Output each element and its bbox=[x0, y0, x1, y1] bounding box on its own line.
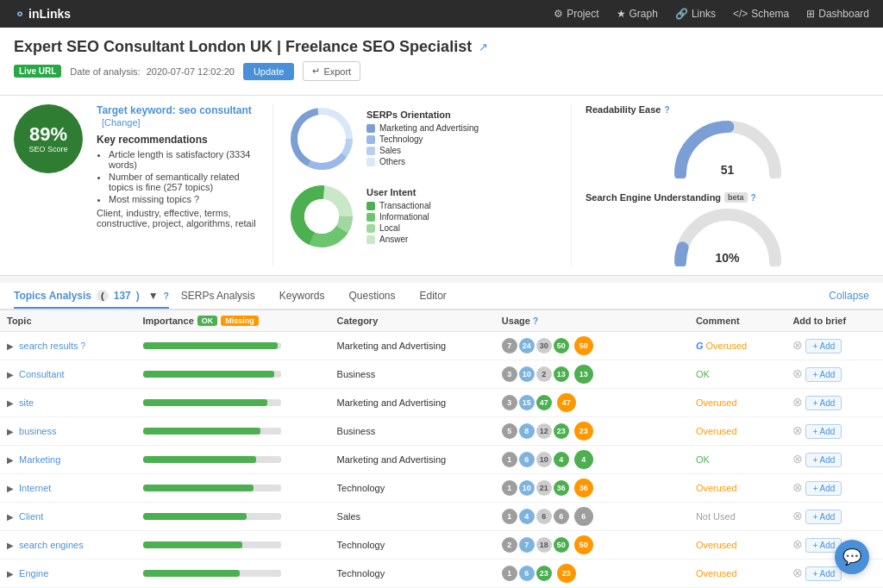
live-url-badge: Live URL bbox=[14, 65, 61, 78]
topic-link[interactable]: Consultant bbox=[19, 369, 65, 379]
add-button[interactable]: + Add bbox=[805, 510, 842, 524]
serps-title: SERPs Orientation bbox=[366, 109, 479, 120]
update-button[interactable]: Update bbox=[243, 63, 294, 80]
topic-link[interactable]: Client bbox=[19, 511, 43, 522]
nav-schema[interactable]: </> Schema bbox=[733, 8, 789, 20]
tab-serps-analysis[interactable]: SERPs Analysis bbox=[169, 283, 267, 310]
usage-bubble: 5 bbox=[502, 423, 517, 439]
add-brief-cell: ⊗ + Add bbox=[786, 332, 883, 360]
ok-filter-badge[interactable]: OK bbox=[197, 316, 218, 326]
usage-bubble: 21 bbox=[536, 480, 552, 496]
user-intent-title: User Intent bbox=[366, 187, 431, 197]
topic-link[interactable]: site bbox=[19, 397, 34, 408]
nav-graph[interactable]: ★ Graph bbox=[617, 8, 658, 20]
topic-info-icon[interactable]: ? bbox=[81, 341, 86, 351]
comment-cell: OK bbox=[689, 446, 786, 474]
comment-cell: Overused bbox=[689, 474, 786, 503]
topic-cell: ▶ business bbox=[0, 417, 136, 446]
seu-help-icon[interactable]: ? bbox=[751, 193, 756, 203]
usage-score: 23 bbox=[557, 564, 576, 583]
remove-button[interactable]: ⊗ bbox=[792, 338, 803, 352]
topic-link[interactable]: Marketing bbox=[19, 454, 60, 465]
row-arrow: ▶ bbox=[7, 398, 14, 408]
comment-value: Overused bbox=[696, 426, 737, 436]
topic-cell: ▶ Client bbox=[0, 503, 136, 531]
readability-section: Readability Ease ? 51 bbox=[586, 104, 869, 178]
importance-bar-fill bbox=[143, 342, 279, 349]
topic-link[interactable]: search engines bbox=[19, 540, 84, 550]
remove-button[interactable]: ⊗ bbox=[792, 395, 803, 409]
add-button[interactable]: + Add bbox=[805, 396, 842, 410]
usage-cell: 724305050 bbox=[495, 332, 689, 360]
tab-questions[interactable]: Questions bbox=[336, 283, 407, 310]
export-button[interactable]: ↵ Export bbox=[303, 61, 360, 81]
remove-button[interactable]: ⊗ bbox=[792, 537, 803, 551]
readability-value: 51 bbox=[721, 163, 735, 177]
topics-count-badge: ( bbox=[97, 290, 109, 302]
remove-button[interactable]: ⊗ bbox=[792, 366, 803, 380]
add-button[interactable]: + Add bbox=[805, 481, 842, 496]
readability-gauge: 51 bbox=[672, 118, 784, 178]
topic-link[interactable]: business bbox=[19, 426, 56, 436]
beta-badge: beta bbox=[724, 192, 748, 203]
user-intent-legend: User Intent Transactional Informational … bbox=[366, 187, 431, 246]
table-row: ▶ Consultant Business 31021313 OK ⊗ + Ad… bbox=[0, 360, 883, 389]
topic-link[interactable]: search results bbox=[19, 341, 78, 351]
usage-info-icon[interactable]: ? bbox=[533, 316, 538, 326]
add-button[interactable]: + Add bbox=[805, 453, 842, 467]
importance-cell bbox=[136, 446, 330, 474]
nav-project[interactable]: ⚙ Project bbox=[554, 8, 598, 20]
logo: ⚬ inLinks bbox=[14, 6, 71, 22]
dropdown-icon[interactable]: ▼ bbox=[148, 290, 159, 302]
legend-dot bbox=[366, 135, 375, 144]
top-navigation: ⚬ inLinks ⚙ Project ★ Graph 🔗 Links </> … bbox=[0, 0, 883, 28]
nav-links[interactable]: 🔗 Links bbox=[675, 8, 716, 20]
importance-cell bbox=[136, 332, 330, 360]
tab-topics[interactable]: Topics Analysis ( 137 ) ▼ ? bbox=[14, 285, 169, 309]
right-section: Readability Ease ? 51 Search Engine Unde… bbox=[571, 104, 869, 266]
add-button[interactable]: + Add bbox=[805, 424, 842, 439]
remove-button[interactable]: ⊗ bbox=[792, 566, 803, 579]
category-cell: Technology bbox=[330, 531, 495, 560]
usage-bubble: 47 bbox=[536, 395, 552, 410]
seu-title: Search Engine Understanding beta ? bbox=[586, 192, 756, 203]
add-button[interactable]: + Add bbox=[805, 367, 842, 382]
table-row: ▶ business Business 58122323 Overused ⊗ … bbox=[0, 417, 883, 446]
usage-score: 50 bbox=[574, 336, 593, 355]
chatbot-button[interactable]: 💬 bbox=[835, 540, 869, 574]
serps-donut bbox=[287, 104, 356, 173]
remove-button[interactable]: ⊗ bbox=[792, 509, 803, 522]
missing-filter-badge[interactable]: Missing bbox=[221, 316, 259, 326]
topic-cell: ▶ search results ? bbox=[0, 332, 136, 360]
add-button[interactable]: + Add bbox=[805, 339, 842, 353]
legend-item: Transactional bbox=[366, 201, 431, 210]
comment-value: Overused bbox=[696, 397, 737, 408]
remove-button[interactable]: ⊗ bbox=[792, 423, 803, 437]
readability-help-icon[interactable]: ? bbox=[664, 105, 669, 115]
remove-button[interactable]: ⊗ bbox=[792, 480, 803, 494]
topic-link[interactable]: Internet bbox=[19, 483, 51, 493]
usage-bubble: 1 bbox=[502, 480, 517, 496]
add-button[interactable]: + Add bbox=[805, 566, 842, 581]
tab-keywords[interactable]: Keywords bbox=[267, 283, 337, 310]
collapse-button[interactable]: Collapse bbox=[829, 290, 869, 302]
score-label: SEO Score bbox=[28, 145, 67, 153]
th-category: Category bbox=[330, 310, 495, 332]
topic-link[interactable]: Engine bbox=[19, 568, 48, 579]
change-keyword-link[interactable]: [Change] bbox=[102, 117, 141, 128]
tab-editor[interactable]: Editor bbox=[408, 283, 459, 310]
usage-bubble: 1 bbox=[502, 509, 517, 524]
remove-button[interactable]: ⊗ bbox=[792, 452, 803, 466]
nav-dashboard[interactable]: ⊞ Dashboard bbox=[806, 8, 869, 20]
legend-dot bbox=[366, 235, 375, 244]
external-link-icon[interactable]: ↗ bbox=[479, 41, 488, 53]
usage-bubble: 30 bbox=[536, 338, 552, 353]
user-intent-chart-row: User Intent Transactional Informational … bbox=[287, 182, 557, 251]
usage-cell: 161044 bbox=[495, 446, 689, 474]
recommendations-title: Key recommendations bbox=[97, 134, 259, 146]
add-brief-cell: ⊗ + Add bbox=[786, 389, 883, 417]
page-title: Expert SEO Consultant London UK | Freela… bbox=[14, 38, 472, 56]
table-header-row: Topic Importance OK Missing Category Usa… bbox=[0, 310, 883, 332]
table-body: ▶ search results ? Marketing and Adverti… bbox=[0, 332, 883, 589]
rec-item: Article length is satisfactory (3334 wor… bbox=[109, 149, 259, 170]
